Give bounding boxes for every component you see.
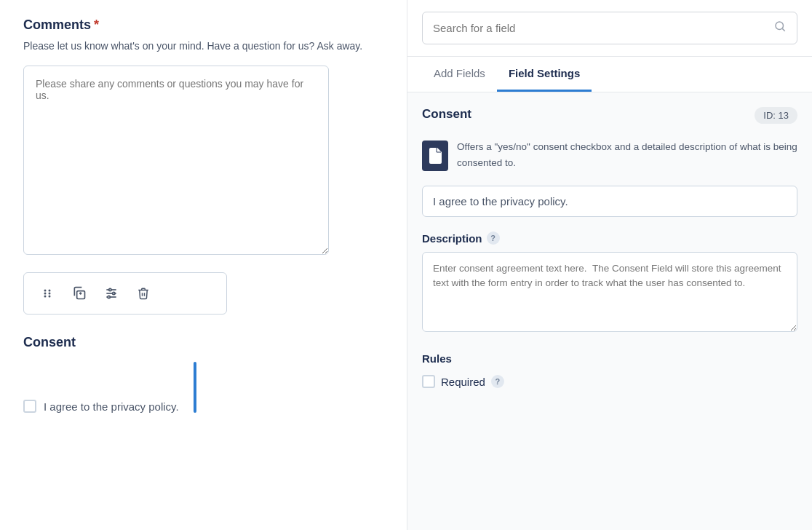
comments-label-text: Comments: [23, 17, 91, 33]
description-label: Description: [422, 232, 482, 245]
required-label-text: Required: [441, 376, 485, 388]
delete-field-button[interactable]: [129, 279, 158, 308]
svg-point-15: [776, 22, 784, 30]
required-row: Required ?: [422, 375, 797, 388]
svg-point-4: [49, 293, 51, 295]
required-checkbox[interactable]: [422, 375, 435, 388]
right-panel: Add Fields Field Settings Consent ID: 13…: [407, 0, 812, 530]
svg-point-12: [109, 288, 111, 290]
svg-rect-6: [77, 291, 85, 299]
copy-icon: [72, 286, 87, 301]
svg-point-3: [49, 290, 51, 292]
comments-textarea[interactable]: [23, 66, 329, 255]
svg-line-16: [782, 28, 784, 31]
description-help-icon[interactable]: ?: [487, 232, 500, 245]
trash-icon: [137, 286, 150, 301]
consent-checkbox[interactable]: [23, 400, 36, 413]
consent-value-input[interactable]: [422, 186, 797, 217]
svg-point-1: [44, 293, 47, 295]
consent-row: I agree to the privacy policy.: [23, 362, 383, 413]
comments-field-label: Comments *: [23, 17, 383, 33]
svg-point-13: [113, 292, 115, 294]
consent-checkbox-label: I agree to the privacy policy.: [44, 400, 179, 413]
consent-card-description: Offers a "yes/no" consent checkbox and a…: [457, 139, 797, 170]
settings-button[interactable]: [97, 279, 126, 308]
consent-card-header: Consent ID: 13: [422, 107, 797, 127]
search-input[interactable]: [433, 22, 768, 34]
consent-checkbox-row: I agree to the privacy policy.: [23, 400, 179, 413]
search-icon: [773, 20, 787, 36]
description-label-row: Description ?: [422, 232, 797, 245]
required-help-icon[interactable]: ?: [491, 375, 504, 388]
svg-point-2: [44, 296, 47, 298]
consent-id-badge: ID: 13: [755, 107, 797, 124]
right-content: Consent ID: 13 Offers a "yes/no" consent…: [407, 92, 812, 530]
comments-description: Please let us know what's on your mind. …: [23, 39, 383, 54]
consent-section-label: Consent: [23, 335, 383, 350]
svg-point-14: [108, 296, 110, 298]
drag-icon: [41, 288, 53, 299]
required-star: *: [94, 17, 99, 33]
document-icon: [429, 148, 442, 164]
left-panel: Comments * Please let us know what's on …: [0, 0, 407, 530]
description-textarea[interactable]: [422, 252, 797, 332]
consent-card-body: Offers a "yes/no" consent checkbox and a…: [422, 139, 797, 171]
settings-icon: [104, 286, 119, 301]
drag-handle-button[interactable]: [33, 279, 62, 308]
svg-point-5: [49, 296, 51, 298]
search-box: [422, 12, 797, 44]
tabs-row: Add Fields Field Settings: [407, 57, 812, 92]
search-container: [407, 0, 812, 57]
consent-card-title: Consent: [422, 107, 471, 122]
copy-field-button[interactable]: [65, 279, 94, 308]
svg-point-0: [44, 290, 47, 292]
tab-field-settings[interactable]: Field Settings: [497, 57, 592, 92]
rules-label: Rules: [422, 352, 797, 365]
field-toolbar: [23, 272, 227, 315]
tab-add-fields[interactable]: Add Fields: [422, 57, 497, 92]
consent-field-icon: [422, 141, 448, 171]
active-indicator-bar: [194, 362, 196, 413]
